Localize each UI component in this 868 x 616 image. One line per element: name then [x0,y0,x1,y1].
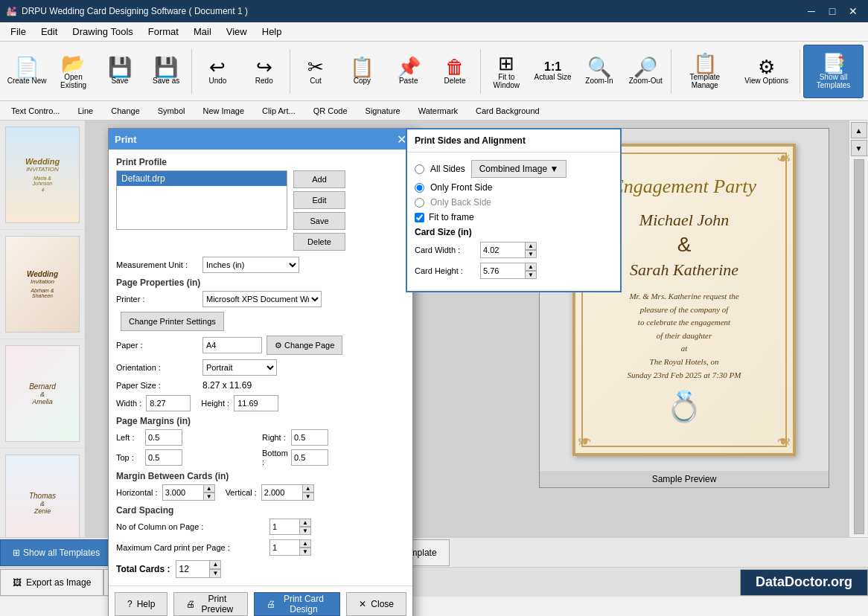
left-margin-input[interactable] [145,429,182,446]
front-side-label[interactable]: Only Front Side [430,182,492,193]
open-existing-label: Open Existing [53,73,93,89]
printer-select[interactable]: Microsoft XPS Document Wr [202,291,322,307]
manage-template-button[interactable]: 📋 Template Manage [674,45,735,98]
horizontal-input[interactable] [162,484,203,501]
change-page-button[interactable]: ⚙Change Page [267,336,342,355]
maximize-button[interactable]: □ [823,2,841,20]
print-card-design-button[interactable]: 🖨 Print Card Design [254,592,341,616]
minimize-button[interactable]: ─ [802,2,820,20]
open-existing-button[interactable]: 📂 Open Existing [51,45,95,98]
menu-mail[interactable]: Mail [186,23,219,40]
save-button[interactable]: 💾 Save [98,45,142,98]
sides-body: All Sides Combined Image ▼ Only Front Si… [407,153,620,291]
back-side-label[interactable]: Only Back Side [430,197,491,208]
tb2-symbol[interactable]: Symbol [151,104,192,118]
total-up[interactable]: ▲ [209,560,221,569]
tb2-change[interactable]: Change [104,104,147,118]
tb2-new-image[interactable]: New Image [196,104,251,118]
fit-to-frame-label[interactable]: Fit to frame [429,212,474,222]
save-as-button[interactable]: 💾 Save as [144,45,188,98]
paper-input[interactable] [202,337,262,353]
menu-view[interactable]: View [219,23,255,40]
dimensions-row: Width : Height : [116,395,405,411]
col-up[interactable]: ▲ [299,519,311,527]
change-printer-button[interactable]: Change Printer Settings [121,312,224,331]
menu-drawing-tools[interactable]: Drawing Tools [65,23,140,40]
right-scrollbar[interactable] [854,159,864,534]
tb2-clip-art[interactable]: Clip Art... [255,104,302,118]
front-side-radio[interactable] [415,183,424,193]
tb2-text-control[interactable]: Text Contro... [4,104,66,118]
vertical-down[interactable]: ▼ [302,493,314,501]
menu-help[interactable]: Help [255,23,290,40]
close-dialog-button[interactable]: ✕ Close [346,592,406,616]
redo-button[interactable]: ↪ Redo [242,45,287,98]
menu-file[interactable]: File [3,23,33,40]
template-item[interactable]: Bernard & Amelia [0,339,85,449]
combined-image-button[interactable]: Combined Image ▼ [471,160,567,178]
top-margin-input[interactable] [145,449,182,466]
copy-button[interactable]: 📋 Copy [339,45,384,98]
template-item[interactable]: Wedding INVITATION Maria &Johnson ⚘ [0,121,85,230]
edit-profile-button[interactable]: Edit [293,191,345,209]
fit-to-frame-checkbox[interactable] [415,213,424,222]
max-down[interactable]: ▼ [299,548,311,556]
col-down[interactable]: ▼ [299,527,311,535]
total-down[interactable]: ▼ [209,569,221,578]
card-width-up[interactable]: ▲ [525,242,537,250]
width-input[interactable] [146,395,191,411]
delete-profile-button[interactable]: Delete [293,233,345,251]
profile-default[interactable]: Default.drp [117,171,287,186]
template-item[interactable]: Wedding Invitation Abrham &Shaheen [0,230,85,339]
delete-button[interactable]: 🗑 Delete [433,45,477,98]
tb2-signature[interactable]: Signature [359,104,407,118]
vertical-input[interactable] [261,484,302,501]
create-new-button[interactable]: 📄 Create New [4,45,49,98]
export-image-button[interactable]: 🖼 Export as Image [0,569,103,596]
help-button[interactable]: ? Help [115,592,167,616]
tb2-qr-code[interactable]: QR Code [307,104,354,118]
horizontal-down[interactable]: ▼ [203,493,215,501]
card-height-up[interactable]: ▲ [525,263,537,271]
paste-button[interactable]: 📌 Paste [386,45,431,98]
fit-to-window-button[interactable]: ⊞ Fit to Window [484,45,529,98]
tb2-card-background[interactable]: Card Background [469,104,546,118]
add-profile-button[interactable]: Add [293,170,345,188]
measurement-select[interactable]: Inches (in) [202,257,299,273]
template-item[interactable]: Thomas & Zenie [0,449,85,537]
show-all-templates-button[interactable]: 📑 Show all Templates [803,45,864,98]
card-height-input[interactable] [480,263,525,279]
tb2-watermark[interactable]: Watermark [412,104,465,118]
menu-format[interactable]: Format [141,23,186,40]
cut-button[interactable]: ✂ Cut [293,45,338,98]
orientation-select[interactable]: Portrait Landscape [202,359,277,376]
actual-size-button[interactable]: 1:1 Actual Size [530,45,575,98]
tb2-line[interactable]: Line [71,104,100,118]
col-input[interactable] [269,519,299,535]
print-preview-button[interactable]: 🖨 Print Preview [173,592,247,616]
right-margin-input[interactable] [291,429,328,446]
card-width-down[interactable]: ▼ [525,250,537,258]
save-profile-button[interactable]: Save [293,212,345,230]
back-side-radio[interactable] [415,198,424,208]
max-input[interactable] [269,539,299,556]
undo-button[interactable]: ↩ Undo [195,45,240,98]
vertical-up[interactable]: ▲ [302,484,314,493]
zoom-in-button[interactable]: 🔍 Zoom-In [577,45,622,98]
window-close-button[interactable]: ✕ [844,2,862,20]
right-scroll-up[interactable]: ▲ [851,122,867,138]
menu-edit[interactable]: Edit [33,23,65,40]
zoom-out-button[interactable]: 🔎 Zoom-Out [623,45,668,98]
right-scroll-down[interactable]: ▼ [851,140,867,156]
horizontal-up[interactable]: ▲ [203,484,215,493]
all-sides-label[interactable]: All Sides [430,164,465,174]
total-input[interactable] [176,560,209,578]
bottom-margin-input[interactable] [291,449,328,466]
view-options-button[interactable]: ⚙ View Options [736,45,797,98]
all-sides-radio[interactable] [415,164,424,174]
max-up[interactable]: ▲ [299,539,311,548]
height-input[interactable] [234,395,278,411]
card-height-down[interactable]: ▼ [525,271,537,279]
card-width-input[interactable] [480,242,525,258]
profile-list[interactable]: Default.drp [116,170,287,230]
